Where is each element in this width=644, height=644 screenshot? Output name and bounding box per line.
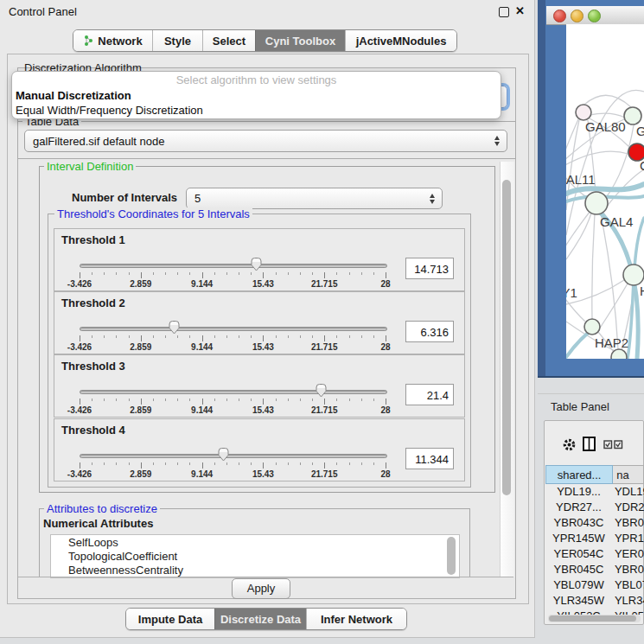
tick-mark (312, 272, 313, 275)
table-cell: YER054C (545, 547, 612, 563)
network-edge (592, 214, 595, 319)
tick-mark (349, 335, 350, 338)
tick-mark (361, 272, 362, 275)
slider-handle[interactable] (217, 447, 230, 462)
bottom-tab-impute-data[interactable]: Impute Data (126, 609, 214, 629)
slider-handle[interactable] (315, 383, 328, 398)
network-edge (566, 120, 579, 210)
tab-cyni-toolbox[interactable]: Cyni Toolbox (255, 30, 345, 51)
popup-placeholder-option[interactable]: Select algorithm to view settings (12, 72, 501, 88)
table-toolbar (545, 421, 643, 462)
checkboxes-icon[interactable] (603, 440, 624, 450)
node-label: C (640, 158, 644, 173)
tick-mark (177, 462, 178, 465)
tick-mark (92, 335, 92, 338)
tick-mark (104, 272, 105, 275)
threshold-value-field[interactable]: 14.713 (405, 258, 454, 279)
popup-option-manual[interactable]: Manual Discretization (12, 88, 501, 103)
tab-label: jActiveMNodules (356, 35, 447, 48)
num-intervals-combobox[interactable]: 5 (186, 188, 443, 209)
network-window-titlebar[interactable] (546, 6, 644, 25)
columns-icon[interactable] (583, 437, 596, 452)
settings-scrollbar-thumb[interactable] (502, 180, 511, 495)
tick-mark (300, 272, 301, 275)
tick-mark (312, 399, 313, 401)
tick-mark (165, 462, 166, 465)
tick-label: -3.426 (58, 342, 101, 352)
network-node[interactable] (624, 107, 641, 124)
tick-mark (312, 335, 313, 338)
apply-button[interactable]: Apply (232, 578, 290, 599)
threshold-value-field[interactable]: 6.316 (405, 321, 454, 342)
attribute-list-item[interactable]: TopologicalCoefficient (51, 549, 459, 563)
tab-network[interactable]: Network (73, 30, 152, 51)
tick-mark (202, 335, 203, 341)
tick-mark (349, 272, 350, 275)
table-data-combobox[interactable]: galFiltered.sif default node (24, 130, 507, 152)
tick-mark (80, 399, 80, 405)
table-cell: YBR043C (545, 516, 612, 532)
tick-label: 15.43 (241, 405, 284, 415)
table-row[interactable]: YBR045CYBR04 (545, 563, 644, 578)
network-node[interactable] (611, 349, 627, 359)
network-node[interactable] (584, 319, 600, 335)
table-row[interactable]: YPR145WYPR14 (545, 532, 644, 547)
tick-label: 15.43 (241, 342, 284, 352)
tab-style[interactable]: Style (152, 30, 202, 51)
network-node[interactable] (623, 265, 644, 285)
attributes-list[interactable]: SelfLoopsTopologicalCoefficientBetweenne… (50, 534, 460, 578)
column-header-name[interactable]: na (613, 465, 644, 484)
algorithm-dropdown-popup: Select algorithm to view settings Manual… (11, 71, 501, 119)
slider-track[interactable] (80, 454, 387, 458)
tick-mark (129, 399, 130, 401)
tick-label: 2.859 (119, 405, 163, 415)
table-row[interactable]: YDR27...YDR27 (545, 501, 644, 516)
window-minimize-icon[interactable] (571, 10, 583, 22)
network-node[interactable] (576, 105, 591, 120)
bottom-tab-infer-network[interactable]: Infer Network (306, 609, 406, 629)
table-body: YDL19...YDL19YDR27...YDR27YBR043CYBR04YP… (545, 485, 644, 615)
popup-option-equal-width[interactable]: Equal Width/Frequency Discretization (12, 103, 501, 118)
tab-jactivemnodules[interactable]: jActiveMNodules (345, 30, 456, 51)
attribute-list-item[interactable]: SelfLoops (51, 535, 459, 549)
close-icon[interactable]: ✕ (515, 4, 525, 17)
window-close-icon[interactable] (553, 10, 566, 22)
tab-select[interactable]: Select (202, 30, 255, 51)
tick-mark (80, 272, 80, 278)
table-row[interactable]: YLR345WYLR34 (545, 594, 644, 609)
threshold-value-field[interactable]: 11.344 (405, 448, 454, 469)
table-data-value: galFiltered.sif default node (25, 135, 491, 148)
tick-mark (251, 335, 252, 338)
slider-track[interactable] (80, 390, 387, 394)
window-zoom-icon[interactable] (588, 10, 601, 22)
table-hscrollbar-thumb[interactable] (549, 615, 636, 622)
tab-label: Select (213, 35, 245, 48)
tick-mark (276, 335, 277, 338)
attributes-list-scrollbar-thumb[interactable] (447, 537, 456, 575)
table-cell: YBL07 (612, 578, 644, 594)
column-header-shared-name[interactable]: shared... (545, 465, 613, 484)
network-canvas[interactable]: GAL80GACGAL11GAL4GCY1HHAP2 (566, 24, 644, 359)
threshold-value-field[interactable]: 21.4 (405, 384, 454, 405)
tick-mark (153, 272, 154, 275)
float-icon[interactable] (499, 7, 509, 17)
table-cell: YBR04 (612, 516, 644, 532)
tick-mark (129, 272, 130, 275)
table-row[interactable]: YBR043CYBR04 (545, 516, 644, 532)
slider-handle[interactable] (250, 257, 263, 271)
slider-handle[interactable] (168, 320, 181, 335)
attribute-list-item[interactable]: BetweennessCentrality (51, 563, 459, 577)
tab-label: Network (98, 35, 142, 48)
network-node[interactable] (585, 192, 608, 214)
interval-definition-title: Interval Definition (44, 160, 136, 173)
slider-track[interactable] (80, 264, 387, 268)
bottom-tab-discretize-data[interactable]: Discretize Data (214, 609, 306, 629)
attributes-group-title: Attributes to discretize (44, 502, 160, 515)
table-row[interactable]: YER054CYER05 (545, 547, 644, 563)
table-row[interactable]: YDL19...YDL19 (545, 485, 644, 501)
slider-track[interactable] (80, 327, 387, 331)
table-horizontal-scrollbar[interactable] (548, 615, 641, 622)
tick-mark (202, 272, 203, 278)
table-row[interactable]: YBL079WYBL07 (545, 578, 644, 594)
gear-icon[interactable] (562, 437, 577, 452)
